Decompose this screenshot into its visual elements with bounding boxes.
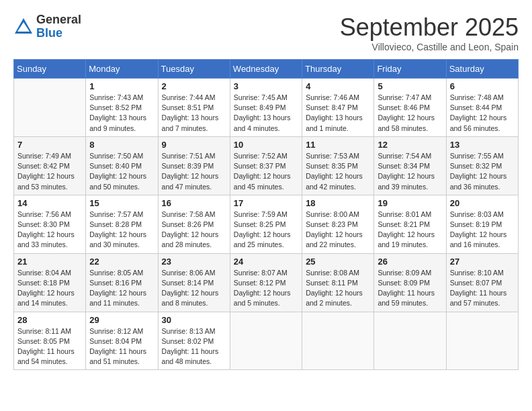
day-number: 15	[89, 198, 154, 208]
day-number: 12	[378, 140, 442, 150]
day-number: 5	[378, 81, 442, 91]
day-info: Sunrise: 7:44 AM Sunset: 8:51 PM Dayligh…	[162, 93, 226, 134]
calendar-cell: 14Sunrise: 7:56 AM Sunset: 8:30 PM Dayli…	[14, 195, 86, 253]
day-info: Sunrise: 7:46 AM Sunset: 8:47 PM Dayligh…	[306, 93, 370, 134]
calendar-cell: 4Sunrise: 7:46 AM Sunset: 8:47 PM Daylig…	[302, 79, 374, 137]
day-number: 11	[306, 140, 370, 150]
calendar-table: SundayMondayTuesdayWednesdayThursdayFrid…	[13, 59, 519, 370]
calendar-header-row: SundayMondayTuesdayWednesdayThursdayFrid…	[14, 60, 519, 79]
day-header-monday: Monday	[86, 60, 158, 79]
calendar-cell: 18Sunrise: 8:00 AM Sunset: 8:23 PM Dayli…	[302, 195, 374, 253]
calendar-cell: 27Sunrise: 8:10 AM Sunset: 8:07 PM Dayli…	[446, 253, 518, 312]
page-header: General Blue September 2025 Villovieco, …	[13, 13, 519, 52]
day-number: 18	[306, 198, 370, 208]
day-info: Sunrise: 8:06 AM Sunset: 8:14 PM Dayligh…	[162, 268, 226, 309]
day-number: 2	[162, 81, 226, 91]
day-info: Sunrise: 8:05 AM Sunset: 8:16 PM Dayligh…	[89, 268, 154, 309]
day-info: Sunrise: 8:13 AM Sunset: 8:02 PM Dayligh…	[162, 326, 226, 367]
calendar-cell: 12Sunrise: 7:54 AM Sunset: 8:34 PM Dayli…	[374, 136, 446, 195]
day-info: Sunrise: 7:57 AM Sunset: 8:28 PM Dayligh…	[89, 210, 154, 250]
day-info: Sunrise: 8:09 AM Sunset: 8:09 PM Dayligh…	[378, 268, 442, 309]
calendar-cell: 8Sunrise: 7:50 AM Sunset: 8:40 PM Daylig…	[86, 136, 158, 195]
day-info: Sunrise: 8:04 AM Sunset: 8:18 PM Dayligh…	[17, 268, 82, 309]
calendar-cell: 29Sunrise: 8:12 AM Sunset: 8:04 PM Dayli…	[86, 312, 158, 370]
calendar-cell: 21Sunrise: 8:04 AM Sunset: 8:18 PM Dayli…	[14, 253, 86, 312]
logo-text: General Blue	[36, 13, 81, 40]
day-number: 28	[17, 315, 82, 325]
day-info: Sunrise: 7:43 AM Sunset: 8:52 PM Dayligh…	[89, 93, 154, 134]
calendar-cell: 17Sunrise: 7:59 AM Sunset: 8:25 PM Dayli…	[230, 195, 302, 253]
calendar-cell: 1Sunrise: 7:43 AM Sunset: 8:52 PM Daylig…	[86, 79, 158, 137]
day-number: 27	[450, 257, 515, 267]
calendar-cell: 30Sunrise: 8:13 AM Sunset: 8:02 PM Dayli…	[158, 312, 230, 370]
day-info: Sunrise: 7:54 AM Sunset: 8:34 PM Dayligh…	[378, 151, 442, 192]
calendar-cell: 3Sunrise: 7:45 AM Sunset: 8:49 PM Daylig…	[230, 79, 302, 137]
day-header-thursday: Thursday	[302, 60, 374, 79]
calendar-cell: 23Sunrise: 8:06 AM Sunset: 8:14 PM Dayli…	[158, 253, 230, 312]
day-number: 26	[378, 257, 442, 267]
calendar-cell: 15Sunrise: 7:57 AM Sunset: 8:28 PM Dayli…	[86, 195, 158, 253]
day-info: Sunrise: 7:59 AM Sunset: 8:25 PM Dayligh…	[234, 210, 298, 250]
calendar-cell: 24Sunrise: 8:07 AM Sunset: 8:12 PM Dayli…	[230, 253, 302, 312]
day-number: 6	[450, 81, 515, 91]
logo-blue-text: Blue	[36, 27, 81, 40]
day-number: 30	[162, 315, 226, 325]
day-info: Sunrise: 8:03 AM Sunset: 8:19 PM Dayligh…	[450, 210, 515, 250]
day-number: 3	[234, 81, 298, 91]
day-info: Sunrise: 8:10 AM Sunset: 8:07 PM Dayligh…	[450, 268, 515, 309]
calendar-cell: 6Sunrise: 7:48 AM Sunset: 8:44 PM Daylig…	[446, 79, 518, 137]
day-info: Sunrise: 7:49 AM Sunset: 8:42 PM Dayligh…	[17, 151, 82, 192]
day-info: Sunrise: 8:01 AM Sunset: 8:21 PM Dayligh…	[378, 210, 442, 250]
day-number: 21	[17, 257, 82, 267]
calendar-cell: 2Sunrise: 7:44 AM Sunset: 8:51 PM Daylig…	[158, 79, 230, 137]
day-number: 14	[17, 198, 82, 208]
day-number: 13	[450, 140, 515, 150]
calendar-cell: 9Sunrise: 7:51 AM Sunset: 8:39 PM Daylig…	[158, 136, 230, 195]
day-info: Sunrise: 8:00 AM Sunset: 8:23 PM Dayligh…	[306, 210, 370, 250]
day-number: 9	[162, 140, 226, 150]
calendar-cell: 28Sunrise: 8:11 AM Sunset: 8:05 PM Dayli…	[14, 312, 86, 370]
calendar-cell: 13Sunrise: 7:55 AM Sunset: 8:32 PM Dayli…	[446, 136, 518, 195]
day-number: 24	[234, 257, 298, 267]
logo: General Blue	[13, 13, 81, 40]
calendar-cell: 20Sunrise: 8:03 AM Sunset: 8:19 PM Dayli…	[446, 195, 518, 253]
day-info: Sunrise: 7:56 AM Sunset: 8:30 PM Dayligh…	[17, 210, 82, 250]
calendar-week-3: 14Sunrise: 7:56 AM Sunset: 8:30 PM Dayli…	[14, 195, 519, 253]
day-info: Sunrise: 8:08 AM Sunset: 8:11 PM Dayligh…	[306, 268, 370, 309]
day-header-sunday: Sunday	[14, 60, 86, 79]
day-number: 10	[234, 140, 298, 150]
day-info: Sunrise: 7:53 AM Sunset: 8:35 PM Dayligh…	[306, 151, 370, 192]
day-number: 29	[89, 315, 154, 325]
month-title: September 2025	[340, 13, 519, 42]
day-info: Sunrise: 7:58 AM Sunset: 8:26 PM Dayligh…	[162, 210, 226, 250]
calendar-cell	[14, 79, 86, 137]
day-number: 22	[89, 257, 154, 267]
title-block: September 2025 Villovieco, Castille and …	[340, 13, 519, 52]
day-header-tuesday: Tuesday	[158, 60, 230, 79]
day-number: 17	[234, 198, 298, 208]
calendar-week-5: 28Sunrise: 8:11 AM Sunset: 8:05 PM Dayli…	[14, 312, 519, 370]
calendar-cell: 7Sunrise: 7:49 AM Sunset: 8:42 PM Daylig…	[14, 136, 86, 195]
day-number: 4	[306, 81, 370, 91]
calendar-cell: 25Sunrise: 8:08 AM Sunset: 8:11 PM Dayli…	[302, 253, 374, 312]
calendar-cell: 22Sunrise: 8:05 AM Sunset: 8:16 PM Dayli…	[86, 253, 158, 312]
calendar-week-4: 21Sunrise: 8:04 AM Sunset: 8:18 PM Dayli…	[14, 253, 519, 312]
day-info: Sunrise: 7:51 AM Sunset: 8:39 PM Dayligh…	[162, 151, 226, 192]
day-info: Sunrise: 7:47 AM Sunset: 8:46 PM Dayligh…	[378, 93, 442, 134]
calendar-cell	[374, 312, 446, 370]
calendar-cell: 11Sunrise: 7:53 AM Sunset: 8:35 PM Dayli…	[302, 136, 374, 195]
day-number: 16	[162, 198, 226, 208]
calendar-cell: 5Sunrise: 7:47 AM Sunset: 8:46 PM Daylig…	[374, 79, 446, 137]
day-number: 25	[306, 257, 370, 267]
day-number: 7	[17, 140, 82, 150]
calendar-week-1: 1Sunrise: 7:43 AM Sunset: 8:52 PM Daylig…	[14, 79, 519, 137]
logo-icon	[13, 17, 34, 37]
day-header-friday: Friday	[374, 60, 446, 79]
calendar-cell	[302, 312, 374, 370]
day-header-wednesday: Wednesday	[230, 60, 302, 79]
calendar-cell	[230, 312, 302, 370]
day-number: 1	[89, 81, 154, 91]
day-info: Sunrise: 7:55 AM Sunset: 8:32 PM Dayligh…	[450, 151, 515, 192]
day-info: Sunrise: 7:48 AM Sunset: 8:44 PM Dayligh…	[450, 93, 515, 134]
calendar-cell: 16Sunrise: 7:58 AM Sunset: 8:26 PM Dayli…	[158, 195, 230, 253]
